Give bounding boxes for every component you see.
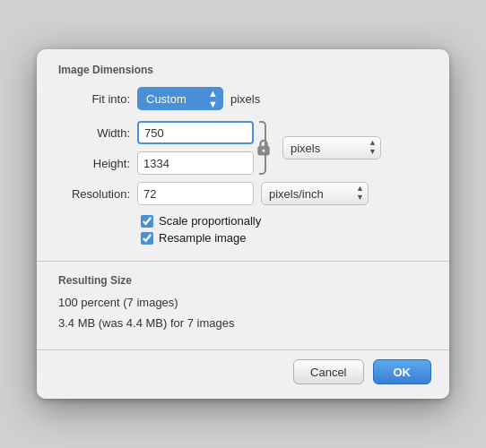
result-percent-text: 100 percent (7 images): [58, 296, 428, 309]
height-input[interactable]: [137, 151, 254, 175]
scale-checkbox-row: Scale proportionally: [141, 214, 428, 228]
cancel-button[interactable]: Cancel: [293, 359, 363, 384]
resample-image-label: Resample image: [159, 231, 247, 245]
width-row: Width:: [58, 121, 254, 144]
resulting-size-section: Resulting Size 100 percent (7 images) 3.…: [37, 262, 449, 349]
lock-icon[interactable]: [256, 139, 273, 157]
resulting-size-title: Resulting Size: [58, 274, 428, 287]
fit-into-select[interactable]: Custom 640x480 800x600 1024x768: [137, 87, 223, 110]
scale-proportionally-checkbox[interactable]: [141, 215, 153, 228]
width-label: Width:: [58, 126, 130, 140]
fit-into-select-wrapper: Custom 640x480 800x600 1024x768 ▲▼: [137, 87, 223, 110]
pixels-unit-select-wrapper: pixels inches cm mm ▲ ▼: [282, 136, 381, 159]
height-label: Height:: [58, 157, 130, 170]
result-mb-text: 3.4 MB (was 4.4 MB) for 7 images: [58, 316, 428, 330]
svg-point-1: [262, 150, 265, 152]
image-dimensions-dialog: Image Dimensions Fit into: Custom 640x48…: [37, 49, 449, 399]
image-dimensions-section: Image Dimensions Fit into: Custom 640x48…: [37, 49, 449, 261]
image-dimensions-title: Image Dimensions: [58, 64, 428, 76]
fit-into-row: Fit into: Custom 640x480 800x600 1024x76…: [58, 87, 428, 110]
bracket-line: [259, 121, 266, 175]
fit-into-label: Fit into:: [58, 92, 130, 106]
lock-svg: [256, 139, 272, 157]
height-row: Height:: [58, 151, 254, 175]
resample-checkbox-row: Resample image: [141, 231, 428, 245]
resolution-label: Resolution:: [58, 187, 130, 201]
lock-bracket-container: [259, 121, 266, 175]
resolution-unit-wrapper: pixels/inch pixels/cm ▲ ▼: [261, 182, 369, 205]
ok-button[interactable]: OK: [373, 359, 432, 384]
resolution-row: Resolution: pixels/inch pixels/cm ▲ ▼: [58, 182, 428, 205]
resample-image-checkbox[interactable]: [141, 232, 153, 245]
resolution-input[interactable]: [137, 182, 254, 205]
fit-unit-label: pixels: [230, 92, 260, 106]
scale-proportionally-label: Scale proportionally: [159, 214, 261, 228]
pixels-unit-select[interactable]: pixels inches cm mm: [282, 136, 381, 159]
width-input[interactable]: [137, 121, 254, 144]
wh-block: Width: Height:: [58, 121, 254, 175]
button-row: Cancel OK: [37, 350, 449, 399]
resolution-unit-select[interactable]: pixels/inch pixels/cm: [261, 182, 369, 205]
